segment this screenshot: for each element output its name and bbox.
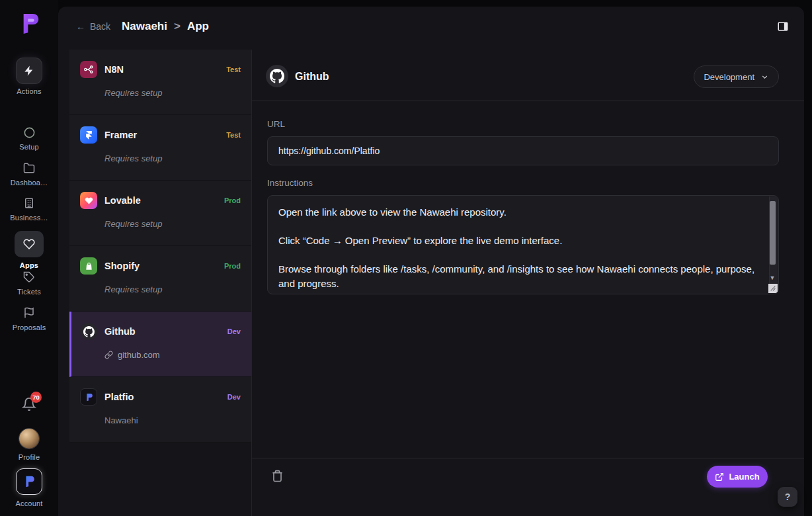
platfio-app-icon bbox=[80, 388, 97, 406]
app-list-item-lovable[interactable]: Lovable Prod Requires setup bbox=[69, 181, 251, 246]
sidebar-item-profile[interactable]: Profile bbox=[0, 429, 58, 461]
app-subtitle: Requires setup bbox=[104, 88, 241, 98]
delete-button[interactable] bbox=[271, 470, 286, 484]
breadcrumb-current: App bbox=[187, 20, 209, 33]
app-name: Lovable bbox=[104, 195, 224, 206]
env-badge: Dev bbox=[227, 327, 241, 335]
environment-value: Development bbox=[704, 72, 754, 82]
app-list-item-framer[interactable]: Framer Test Requires setup bbox=[69, 115, 251, 181]
account-logo-icon bbox=[16, 468, 42, 495]
app-name: Github bbox=[104, 326, 227, 337]
list-detail-divider bbox=[251, 50, 252, 516]
env-badge: Dev bbox=[227, 393, 241, 401]
app-name: Shopify bbox=[104, 261, 224, 271]
app-name: N8N bbox=[104, 64, 226, 75]
github-detail-icon bbox=[266, 65, 288, 87]
scrollbar-down-arrow[interactable]: ▼ bbox=[769, 275, 776, 281]
app-subtitle: Nawaehi bbox=[104, 415, 241, 425]
breadcrumb: Nawaehi > App bbox=[122, 20, 209, 33]
app-list: N8N Test Requires setup Framer Test Requ… bbox=[69, 50, 251, 443]
flag-icon bbox=[22, 306, 36, 320]
platfio-logo[interactable] bbox=[16, 11, 42, 37]
app-name: Platfio bbox=[104, 392, 227, 402]
sidebar: Actions Setup Dashboa… Business… Apps bbox=[0, 0, 58, 516]
sidebar-label-business: Business… bbox=[10, 214, 48, 222]
avatar bbox=[19, 429, 39, 449]
sidebar-label-dashboard: Dashboa… bbox=[11, 179, 48, 187]
sidebar-label-tickets: Tickets bbox=[17, 288, 41, 296]
sidebar-label-proposals: Proposals bbox=[13, 323, 46, 331]
env-badge: Test bbox=[226, 131, 241, 139]
sidebar-item-proposals[interactable]: Proposals bbox=[0, 306, 58, 331]
app-subtitle: Requires setup bbox=[104, 219, 241, 229]
back-button[interactable]: ← Back bbox=[76, 21, 110, 32]
sidebar-label-actions: Actions bbox=[17, 87, 41, 95]
panel-toggle-icon[interactable] bbox=[776, 21, 790, 32]
notification-badge: 70 bbox=[30, 392, 42, 403]
sidebar-item-apps[interactable]: Apps bbox=[0, 231, 58, 269]
breadcrumb-parent[interactable]: Nawaehi bbox=[122, 20, 167, 33]
scrollbar-track[interactable]: ▼ bbox=[769, 196, 778, 285]
env-badge: Prod bbox=[224, 196, 241, 204]
shopify-app-icon bbox=[80, 257, 97, 275]
app-name: Framer bbox=[104, 130, 226, 140]
sidebar-item-dashboard[interactable]: Dashboa… bbox=[0, 161, 58, 187]
sidebar-item-actions[interactable]: Actions bbox=[0, 58, 58, 95]
instructions-label: Instructions bbox=[267, 178, 313, 188]
platfio-logo-icon bbox=[16, 11, 42, 37]
app-subtitle: Requires setup bbox=[104, 284, 241, 294]
sidebar-label-apps: Apps bbox=[20, 261, 38, 269]
detail-title: Github bbox=[295, 71, 329, 83]
folder-icon bbox=[22, 161, 36, 175]
launch-label: Launch bbox=[729, 472, 759, 482]
app-subtitle: Requires setup bbox=[104, 153, 241, 163]
account-label: Account bbox=[15, 499, 42, 507]
instructions-textarea[interactable]: Open the link above to view the Nawaehi … bbox=[267, 195, 779, 294]
chevron-down-icon bbox=[760, 73, 769, 81]
lovable-app-icon bbox=[80, 192, 97, 209]
link-icon bbox=[104, 351, 113, 359]
main-panel: ← Back Nawaehi > App N8N Test bbox=[58, 7, 804, 516]
app-window: Actions Setup Dashboa… Business… Apps bbox=[0, 0, 812, 516]
external-link-icon bbox=[715, 472, 724, 482]
resize-handle-icon[interactable] bbox=[768, 284, 778, 293]
scrollbar-thumb[interactable] bbox=[770, 201, 776, 265]
profile-label: Profile bbox=[19, 453, 40, 461]
heart-icon bbox=[15, 231, 44, 257]
notifications-button[interactable]: 70 bbox=[0, 397, 58, 411]
zap-icon bbox=[17, 58, 42, 83]
back-label: Back bbox=[90, 21, 110, 32]
instructions-text[interactable]: Open the link above to view the Nawaehi … bbox=[268, 196, 778, 294]
ticket-icon bbox=[22, 271, 36, 284]
sidebar-item-setup[interactable]: Setup bbox=[0, 126, 58, 151]
url-label: URL bbox=[267, 119, 285, 129]
environment-select[interactable]: Development bbox=[694, 65, 779, 88]
app-list-item-github[interactable]: Github Dev github.com bbox=[69, 312, 251, 377]
app-list-item-shopify[interactable]: Shopify Prod Requires setup bbox=[69, 246, 251, 312]
building-icon bbox=[22, 196, 36, 210]
back-arrow-icon: ← bbox=[76, 21, 85, 32]
trash-icon bbox=[271, 470, 284, 482]
help-button[interactable]: ? bbox=[778, 487, 797, 507]
app-list-item-n8n[interactable]: N8N Test Requires setup bbox=[69, 50, 251, 115]
app-subtitle: github.com bbox=[104, 350, 241, 360]
app-list-item-platfio[interactable]: Platfio Dev Nawaehi bbox=[69, 377, 251, 443]
env-badge: Test bbox=[226, 65, 241, 73]
header-divider bbox=[251, 101, 804, 101]
framer-app-icon bbox=[80, 126, 97, 144]
sidebar-item-tickets[interactable]: Tickets bbox=[0, 271, 58, 296]
sidebar-label-setup: Setup bbox=[19, 143, 39, 151]
app-subtitle-text: github.com bbox=[118, 350, 160, 360]
sidebar-item-business[interactable]: Business… bbox=[0, 196, 58, 222]
github-app-icon bbox=[80, 323, 97, 340]
breadcrumb-separator: > bbox=[174, 20, 181, 33]
circle-icon bbox=[22, 126, 36, 139]
launch-button[interactable]: Launch bbox=[707, 466, 768, 488]
env-badge: Prod bbox=[224, 262, 241, 270]
url-input[interactable] bbox=[267, 136, 779, 165]
n8n-app-icon bbox=[80, 61, 97, 78]
footer-divider bbox=[251, 458, 804, 458]
sidebar-item-account[interactable]: Account bbox=[0, 468, 58, 507]
